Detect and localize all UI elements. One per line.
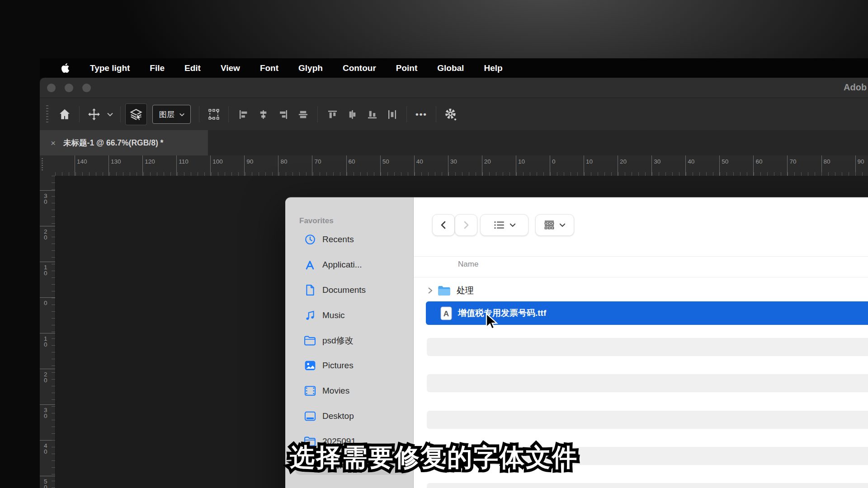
toolbar-divider <box>414 256 868 257</box>
font-file-icon: A <box>440 306 452 320</box>
move-tool-button[interactable] <box>84 104 104 124</box>
app-store-icon <box>304 259 316 271</box>
ruler-label: 3 0 <box>44 407 47 419</box>
align-horizontal-centers-button[interactable] <box>253 104 273 124</box>
distribute-vertical-centers-icon <box>386 108 398 121</box>
layer-select-dropdown[interactable]: 图层 <box>152 105 191 124</box>
menu-item-help[interactable]: Help <box>484 63 502 73</box>
ruler-label: 20 <box>484 158 491 165</box>
ruler-major-tick <box>855 155 856 176</box>
back-button[interactable] <box>432 214 455 236</box>
ruler-major-tick <box>380 155 381 176</box>
toolbar-grabber-handle[interactable] <box>46 105 48 123</box>
auto-select-layers-button[interactable] <box>125 103 147 125</box>
ruler-label: 80 <box>824 158 830 165</box>
menu-app-name[interactable]: Type light <box>90 63 130 73</box>
file-row-folder[interactable]: 处理 <box>414 280 868 301</box>
ruler-major-tick <box>312 155 312 176</box>
ruler-label: 30 <box>654 158 660 165</box>
distribute-horizontal-centers-button[interactable] <box>342 104 362 124</box>
traffic-light-close-button[interactable] <box>47 84 56 92</box>
align-right-edges-button[interactable] <box>273 104 293 124</box>
ruler-label: 70 <box>789 158 796 165</box>
chevron-left-icon <box>439 221 448 230</box>
ruler-major-tick <box>40 226 55 226</box>
ruler-origin-corner <box>40 155 56 176</box>
ruler-major-tick <box>448 155 448 176</box>
ruler-label: 60 <box>349 158 355 165</box>
column-header-name[interactable]: Name <box>458 260 478 269</box>
ruler-label: 10 <box>586 158 593 165</box>
ruler-major-tick <box>40 476 55 476</box>
ruler-major-tick <box>108 155 109 176</box>
sidebar-item-applications[interactable]: Applicati... <box>295 256 409 274</box>
traffic-light-zoom-button[interactable] <box>82 84 91 92</box>
tab-close-icon[interactable]: × <box>51 139 56 147</box>
sidebar-item-psd-folder[interactable]: psd修改 <box>295 332 409 350</box>
align-bottom-edges-button[interactable] <box>362 104 382 124</box>
align-top-edges-button[interactable] <box>322 104 342 124</box>
align-left-edges-button[interactable] <box>233 104 253 124</box>
menu-item-point[interactable]: Point <box>396 63 418 73</box>
ruler-major-tick <box>346 155 347 176</box>
align-right-edges-icon <box>277 108 289 121</box>
ellipsis-icon: ••• <box>415 109 427 119</box>
menu-item-font[interactable]: Font <box>260 63 278 73</box>
menu-item-file[interactable]: File <box>150 63 165 73</box>
ruler-label: 130 <box>111 158 121 165</box>
ruler-major-tick <box>40 297 55 298</box>
ruler-major-tick <box>618 155 618 176</box>
ruler-label: 50 <box>722 158 728 165</box>
forward-button[interactable] <box>455 214 477 236</box>
ruler-major-tick <box>40 190 55 191</box>
view-mode-dropdown[interactable] <box>480 214 528 236</box>
align-vertical-centers-icon <box>297 108 309 121</box>
ruler-label: 120 <box>145 158 155 165</box>
menu-item-glyph[interactable]: Glyph <box>298 63 323 73</box>
subtitle-text: 选择需要修复的字体文件 <box>290 443 578 471</box>
disclosure-chevron-icon[interactable] <box>427 286 433 295</box>
sidebar-item-documents[interactable]: Documents <box>295 281 409 299</box>
document-tab[interactable]: × 未标题-1 @ 66.7%(RGB/8) * <box>40 130 208 155</box>
ruler-label: 90 <box>858 158 864 165</box>
layer-dropdown-label: 图层 <box>159 109 175 120</box>
image-icon <box>304 360 316 372</box>
folder-icon <box>438 286 451 296</box>
move-tool-icon <box>87 108 101 121</box>
sidebar-item-desktop[interactable]: Desktop <box>295 407 409 425</box>
video-subtitle: 选择需要修复的字体文件 选择需要修复的字体文件 <box>0 444 868 471</box>
header-divider <box>414 277 868 277</box>
menu-item-contour[interactable]: Contour <box>343 63 376 73</box>
traffic-light-minimize-button[interactable] <box>65 84 73 92</box>
align-vertical-centers-button[interactable] <box>293 104 313 124</box>
sidebar-item-recents[interactable]: Recents <box>295 230 409 249</box>
ruler-major-tick <box>414 155 415 176</box>
align-left-edges-icon <box>237 108 250 121</box>
group-by-dropdown[interactable] <box>535 214 574 236</box>
music-note-icon <box>304 310 316 322</box>
home-button[interactable] <box>55 104 75 124</box>
window-title-bar: Adob <box>40 78 868 98</box>
show-transform-controls-button[interactable] <box>204 104 224 124</box>
sidebar-item-music[interactable]: Music <box>295 306 409 324</box>
chevron-down-icon <box>107 112 113 117</box>
menu-item-global[interactable]: Global <box>437 63 464 73</box>
align-bottom-edges-icon <box>366 108 378 121</box>
tool-settings-button[interactable] <box>441 104 461 124</box>
move-options-chevron[interactable] <box>104 104 116 124</box>
empty-row-stripe <box>427 338 868 356</box>
ruler-major-tick <box>210 155 211 176</box>
apple-menu-icon[interactable] <box>61 62 70 74</box>
menu-item-edit[interactable]: Edit <box>184 63 201 73</box>
distribute-vertical-centers-button[interactable] <box>382 104 402 124</box>
chevron-down-icon <box>179 113 185 117</box>
sidebar-item-pictures[interactable]: Pictures <box>295 357 409 375</box>
horizontal-ruler: 1401301201101009080706050403020100102030… <box>55 155 868 176</box>
menu-item-view[interactable]: View <box>221 63 240 73</box>
layers-icon <box>129 107 143 122</box>
ruler-label: 110 <box>179 158 189 165</box>
align-horizontal-centers-icon <box>257 108 269 121</box>
sidebar-item-movies[interactable]: Movies <box>295 382 409 400</box>
ruler-label: 40 <box>688 158 694 165</box>
more-alignment-options-button[interactable]: ••• <box>411 104 431 124</box>
